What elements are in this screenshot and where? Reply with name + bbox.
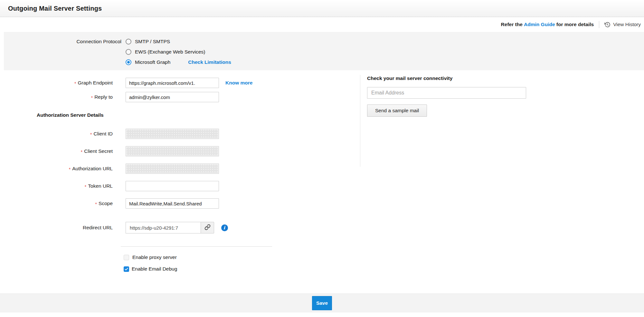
authorization-url-label: *Authorization URL	[0, 166, 113, 172]
required-asterisk: *	[91, 95, 93, 100]
radio-ews[interactable]	[126, 49, 131, 55]
connectivity-title: Check your mail server connectivity	[367, 75, 540, 81]
protocol-option-msgraph: Microsoft Graph Check Limitations	[126, 57, 644, 67]
redirect-url-group: i	[126, 222, 228, 233]
radio-smtp-label: SMTP / SMTPS	[135, 39, 170, 45]
radio-msgraph[interactable]	[126, 59, 131, 65]
send-sample-mail-button[interactable]: Send a sample mail	[367, 104, 427, 117]
scope-row: *Scope	[0, 198, 219, 209]
required-asterisk: *	[95, 202, 97, 207]
client-secret-row: *Client Secret	[0, 146, 219, 156]
client-secret-input-masked[interactable]	[126, 146, 219, 156]
graph-endpoint-row: *Graph Endpoint Know more	[0, 78, 252, 88]
connection-protocol-panel: Connection Protocol SMTP / SMTPS EWS (Ex…	[4, 32, 644, 70]
token-url-row: *Token URL	[0, 181, 219, 191]
reply-to-row: *Reply to	[0, 92, 219, 102]
toolbar: Refer the Admin Guide for more details V…	[0, 17, 644, 32]
auth-server-details-heading: Authorization Server Details	[37, 112, 104, 118]
required-asterisk: *	[90, 132, 92, 137]
client-id-row: *Client ID	[0, 129, 219, 139]
connection-protocol-label: Connection Protocol	[4, 39, 121, 45]
scope-input[interactable]	[126, 198, 219, 209]
footer-bar: Save	[0, 293, 644, 312]
radio-ews-label: EWS (Exchange Web Services)	[135, 49, 205, 55]
enable-email-debug-row: Enable Email Debug	[124, 264, 177, 274]
redirect-url-label: Redirect URL	[0, 225, 113, 231]
page-title: Outgoing Mail Server Settings	[8, 5, 102, 12]
required-asterisk: *	[81, 149, 82, 154]
save-button[interactable]: Save	[312, 296, 332, 310]
test-email-input[interactable]	[367, 87, 526, 99]
redirect-url-input[interactable]	[126, 222, 201, 233]
radio-smtp[interactable]	[126, 39, 131, 45]
know-more-link[interactable]: Know more	[225, 80, 252, 86]
scope-label: *Scope	[0, 201, 113, 206]
chain-link-icon	[204, 224, 211, 232]
settings-form: *Graph Endpoint Know more *Reply to Auth…	[0, 70, 644, 293]
toolbar-divider	[599, 21, 599, 28]
protocol-option-ews: EWS (Exchange Web Services)	[126, 47, 644, 57]
enable-proxy-checkbox[interactable]	[124, 255, 129, 260]
check-limitations-link[interactable]: Check Limitations	[188, 59, 231, 65]
redirect-url-row: Redirect URL i	[0, 222, 228, 233]
admin-guide-link[interactable]: Admin Guide	[524, 22, 555, 27]
authorization-url-row: *Authorization URL	[0, 163, 219, 174]
graph-endpoint-input[interactable]	[126, 78, 219, 88]
title-bar: Outgoing Mail Server Settings	[0, 0, 644, 17]
required-asterisk: *	[85, 184, 86, 189]
token-url-label: *Token URL	[0, 183, 113, 189]
token-url-input[interactable]	[126, 181, 219, 191]
client-id-input-masked[interactable]	[126, 129, 219, 139]
info-circle-icon[interactable]: i	[221, 224, 228, 231]
client-id-label: *Client ID	[0, 131, 113, 137]
enable-proxy-row: Enable proxy server	[124, 253, 177, 262]
enable-proxy-label: Enable proxy server	[132, 254, 177, 260]
refer-text-prefix: Refer the	[501, 22, 523, 27]
protocol-option-smtp: SMTP / SMTPS	[126, 36, 644, 47]
mail-connectivity-panel: Check your mail server connectivity Send…	[360, 75, 540, 167]
enable-email-debug-label: Enable Email Debug	[132, 266, 177, 272]
reply-to-input[interactable]	[126, 92, 219, 102]
authorization-url-input-masked[interactable]	[126, 163, 219, 174]
history-clock-icon	[604, 22, 611, 28]
graph-endpoint-label: *Graph Endpoint	[0, 80, 113, 86]
view-history-button[interactable]: View History	[604, 22, 641, 28]
enable-email-debug-checkbox[interactable]	[124, 266, 129, 272]
radio-msgraph-label: Microsoft Graph	[135, 59, 170, 65]
required-asterisk: *	[74, 81, 76, 86]
reply-to-label: *Reply to	[0, 94, 113, 100]
form-divider	[121, 246, 272, 247]
refer-text-suffix: for more details	[556, 22, 594, 27]
client-secret-label: *Client Secret	[0, 148, 113, 154]
copy-redirect-url-button[interactable]	[201, 222, 214, 233]
view-history-label: View History	[613, 22, 641, 27]
required-asterisk: *	[69, 167, 71, 172]
